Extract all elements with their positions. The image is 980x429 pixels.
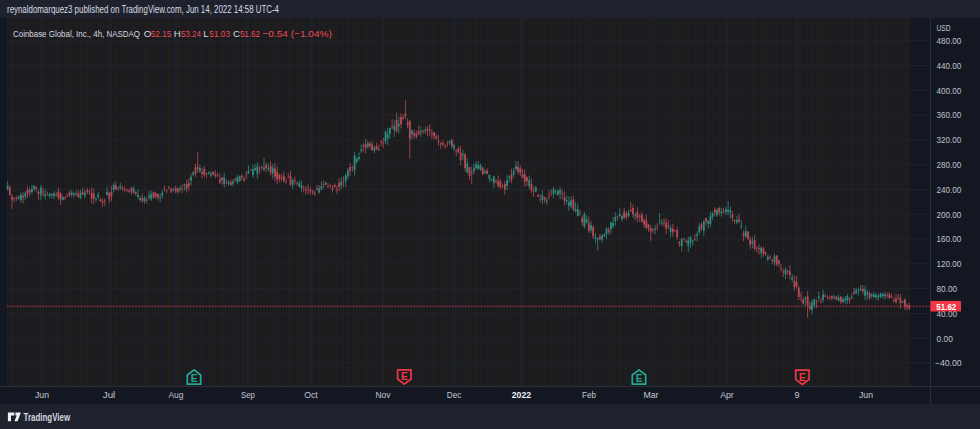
svg-text:0.00: 0.00 xyxy=(937,334,953,344)
svg-text:440.00: 440.00 xyxy=(937,61,962,71)
svg-text:C: C xyxy=(233,28,240,39)
svg-text:9: 9 xyxy=(795,389,800,400)
svg-text:Apr: Apr xyxy=(720,389,734,400)
svg-text:E: E xyxy=(636,373,643,384)
svg-text:TradingView: TradingView xyxy=(24,411,71,423)
svg-text:320.00: 320.00 xyxy=(937,135,962,145)
svg-text:480.00: 480.00 xyxy=(937,36,962,46)
svg-text:51.62: 51.62 xyxy=(240,28,260,39)
svg-text:E: E xyxy=(799,372,806,383)
svg-text:reynaldomarquez3 published on: reynaldomarquez3 published on TradingVie… xyxy=(7,4,279,15)
svg-text:400.00: 400.00 xyxy=(937,86,962,96)
svg-text:280.00: 280.00 xyxy=(937,160,962,170)
svg-text:360.00: 360.00 xyxy=(937,110,962,120)
svg-text:52.15: 52.15 xyxy=(151,28,172,39)
svg-text:Oct: Oct xyxy=(304,389,318,400)
svg-text:−0.54 (−1.04%): −0.54 (−1.04%) xyxy=(263,28,332,39)
svg-text:−40.00: −40.00 xyxy=(935,358,962,368)
svg-text:53.24: 53.24 xyxy=(181,28,202,39)
svg-text:Dec: Dec xyxy=(447,389,462,400)
svg-text:E: E xyxy=(191,373,198,384)
svg-text:Mar: Mar xyxy=(644,389,659,400)
svg-text:120.00: 120.00 xyxy=(937,259,962,269)
svg-text:200.00: 200.00 xyxy=(937,210,962,220)
svg-text:Jun: Jun xyxy=(859,389,873,400)
svg-text:Jul: Jul xyxy=(103,389,116,400)
svg-text:Sep: Sep xyxy=(241,389,255,400)
svg-text:Coinbase Global, Inc., 4h, NAS: Coinbase Global, Inc., 4h, NASDAQ xyxy=(13,28,140,39)
svg-text:USD: USD xyxy=(937,23,951,33)
svg-text:160.00: 160.00 xyxy=(937,234,962,244)
svg-text:Feb: Feb xyxy=(582,389,596,400)
svg-text:80.00: 80.00 xyxy=(937,284,958,294)
svg-text:51.62: 51.62 xyxy=(936,301,956,312)
svg-text:Jun: Jun xyxy=(35,389,49,400)
svg-text:Nov: Nov xyxy=(376,389,391,400)
svg-text:E: E xyxy=(401,371,408,382)
svg-text:51.03: 51.03 xyxy=(209,28,230,39)
svg-text:2022: 2022 xyxy=(512,389,532,400)
svg-text:H: H xyxy=(174,28,181,39)
svg-text:240.00: 240.00 xyxy=(937,185,962,195)
svg-text:Aug: Aug xyxy=(169,389,184,400)
